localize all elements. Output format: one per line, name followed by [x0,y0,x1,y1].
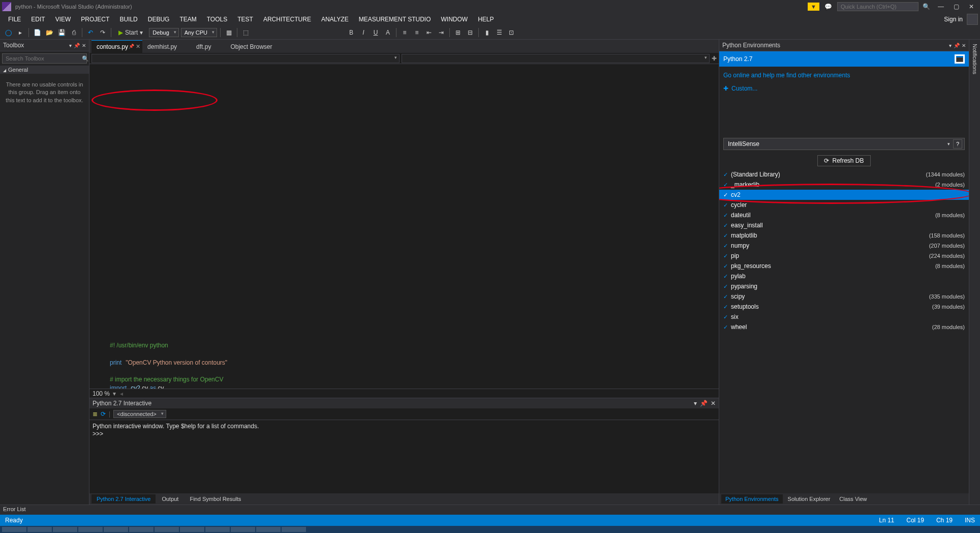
module-cv2[interactable]: ✓cv2 [719,190,969,200]
tab-python-interactive[interactable]: Python 2.7 Interactive [91,494,156,504]
module-pylab[interactable]: ✓pylab [719,271,969,281]
menu-debug[interactable]: DEBUG [143,15,175,24]
underline-icon[interactable]: U [371,27,381,38]
module-numpy[interactable]: ✓numpy(207 modules) [719,241,969,251]
toolbox-group-general[interactable]: General [0,66,89,74]
process-icon[interactable]: ▦ [224,27,234,38]
feedback-icon[interactable]: 💬 [821,3,835,10]
tab-output[interactable]: Output [157,494,183,504]
module-wheel[interactable]: ✓wheel(28 modules) [719,322,969,332]
split-icon[interactable]: ✚ [712,55,717,62]
pin-icon[interactable]: 📌 [129,44,134,49]
module-pkgresources[interactable]: ✓pkg_resources(8 modules) [719,261,969,271]
selected-env[interactable]: Python 2.7 [719,51,969,67]
start-debug-button[interactable]: ▶Start ▾ [114,29,147,36]
menu-file[interactable]: FILE [3,15,26,24]
tab-solution-explorer[interactable]: Solution Explorer [784,494,835,504]
module-cycler[interactable]: ✓cycler [719,200,969,210]
uncomment-icon[interactable]: ⊟ [465,27,475,38]
module-six[interactable]: ✓six [719,312,969,322]
tab-dft[interactable]: dft.py [191,41,225,53]
module-scipy[interactable]: ✓scipy(335 modules) [719,291,969,302]
member-dropdown[interactable] [402,54,710,63]
help-icon[interactable]: ? [953,139,962,149]
new-project-icon[interactable]: 📄 [32,27,42,38]
ni-icon[interactable]: ⬚ [240,27,251,38]
module-markerlib[interactable]: ✓_markerlib(2 modules) [719,180,969,190]
tab-object-browser[interactable]: Object Browser [225,41,286,53]
scope-dropdown[interactable] [91,54,400,63]
tab-contours[interactable]: contours.py📌✕ [91,40,142,53]
bookmark-icon[interactable]: ▮ [482,27,492,38]
zoom-dropdown[interactable]: 100 % [93,390,110,397]
connection-dropdown[interactable]: <disconnected> [113,410,166,418]
close-icon[interactable]: ✕ [82,43,86,48]
save-icon[interactable]: 💾 [56,27,67,38]
undo-icon[interactable]: ↶ [85,27,96,38]
module-pyparsing[interactable]: ✓pyparsing [719,281,969,291]
menu-tools[interactable]: TOOLS [202,15,232,24]
dropdown-icon[interactable]: ▾ [949,43,952,48]
menu-test[interactable]: TEST [232,15,258,24]
pin-icon[interactable]: 📌 [74,43,80,48]
italic-icon[interactable]: I [358,27,369,38]
align-left-icon[interactable]: ≡ [400,27,410,38]
module-dateutil[interactable]: ✓dateutil(8 modules) [719,210,969,220]
menu-team[interactable]: TEAM [174,15,201,24]
close-icon[interactable]: ✕ [962,43,966,48]
notification-flag-icon[interactable]: ▼ [808,3,819,11]
menu-build[interactable]: BUILD [114,15,142,24]
module-matplotlib[interactable]: ✓matplotlib(158 modules) [719,230,969,241]
menu-view[interactable]: VIEW [50,15,76,24]
comment-icon[interactable]: ⊞ [453,27,463,38]
menu-analyze[interactable]: ANALYZE [316,15,354,24]
module-setuptools[interactable]: ✓setuptools(39 modules) [719,302,969,312]
menu-help[interactable]: HELP [473,15,499,24]
bold-icon[interactable]: B [346,27,356,38]
redo-icon[interactable]: ↷ [98,27,108,38]
intellisense-dropdown[interactable]: IntelliSense ▾ ? [723,138,965,150]
tab-find-symbol[interactable]: Find Symbol Results [185,494,246,504]
indent-icon[interactable]: ⇥ [436,27,446,38]
close-icon[interactable]: ✕ [136,43,140,50]
error-list-tab[interactable]: Error List [0,505,980,515]
save-all-icon[interactable]: ⎙ [69,27,79,38]
close-icon[interactable]: ✕ [711,400,716,407]
tab-class-view[interactable]: Class View [835,494,871,504]
tab-python-env[interactable]: Python Environments [721,494,783,504]
maximize-button[interactable]: ▢ [950,3,963,10]
open-icon[interactable]: 📂 [44,27,54,38]
find-env-link[interactable]: Go online and help me find other environ… [719,67,969,82]
font-color-icon[interactable]: A [383,27,393,38]
nav-fwd-icon[interactable]: ▸ [15,27,25,38]
nav-back-icon[interactable]: ◯ [3,27,13,38]
interactive-repl[interactable]: Python interactive window. Type $help fo… [89,420,719,493]
config-dropdown[interactable]: Debug [149,28,178,37]
module-standardlibrary[interactable]: ✓(Standard Library)(1344 modules) [719,169,969,180]
pin-icon[interactable]: 📌 [700,400,708,407]
dropdown-icon[interactable]: ▾ [69,43,72,48]
outdent-icon[interactable]: ⇤ [424,27,434,38]
toggle-icon[interactable]: ⊡ [506,27,516,38]
toolbox-search[interactable]: 🔍 [2,53,87,64]
platform-dropdown[interactable]: Any CPU [181,28,217,37]
dropdown-icon[interactable]: ▾ [694,400,697,407]
menu-architecture[interactable]: ARCHITECTURE [258,15,316,24]
module-list[interactable]: ✓(Standard Library)(1344 modules)✓_marke… [719,169,969,493]
windows-taskbar[interactable] [0,526,980,533]
module-pip[interactable]: ✓pip(224 modules) [719,251,969,261]
user-icon[interactable] [967,14,978,25]
menu-edit[interactable]: EDIT [26,15,50,24]
scope-icon[interactable]: ≣ [93,410,98,418]
close-button[interactable]: ✕ [965,3,978,10]
notifications-tab[interactable]: Notifications [969,40,980,505]
module-easyinstall[interactable]: ✓easy_install [719,220,969,230]
sign-in-link[interactable]: Sign in [944,16,963,23]
search-icon[interactable]: 🔍 [921,3,932,10]
minimize-button[interactable]: — [934,3,947,10]
menu-window[interactable]: WINDOW [436,15,473,24]
custom-env-link[interactable]: ✚Custom... [719,82,969,95]
refresh-db-button[interactable]: ⟳Refresh DB [817,155,870,166]
menu-measurement[interactable]: MEASUREMENT STUDIO [354,15,436,24]
pin-icon[interactable]: 📌 [954,43,960,48]
